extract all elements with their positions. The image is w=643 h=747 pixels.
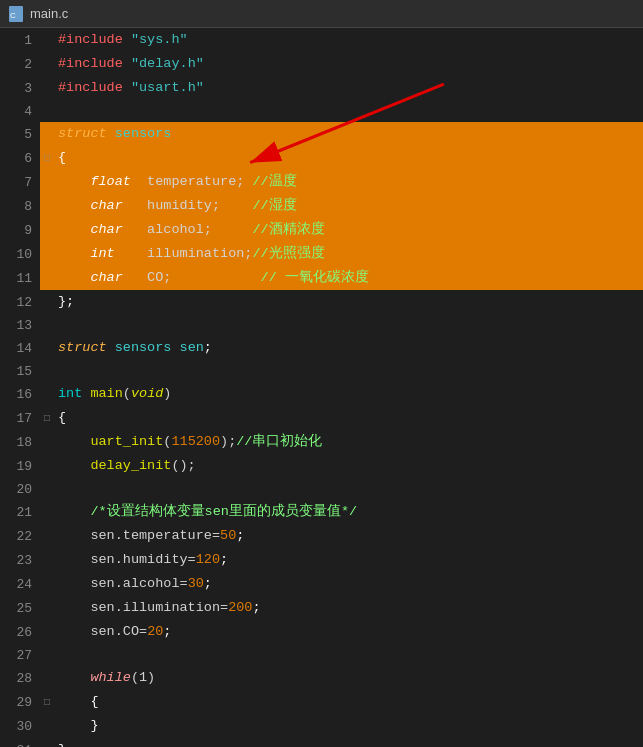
- line-number: 8: [0, 194, 40, 218]
- token-comment: //酒精浓度: [244, 222, 324, 237]
- code-line: 22 sen.temperature=50;: [0, 524, 643, 548]
- code-line: 26 sen.CO=20;: [0, 620, 643, 644]
- token-number: 20: [147, 624, 163, 639]
- token-kw-while: while: [90, 670, 131, 685]
- fold-indicator: [40, 218, 54, 242]
- line-content: {: [54, 690, 643, 714]
- token-kw-struct: struct: [58, 340, 107, 355]
- code-line: 29□ {: [0, 690, 643, 714]
- token-plain: [58, 694, 90, 709]
- token-plain: sen.temperature=: [58, 528, 220, 543]
- fold-indicator: [40, 524, 54, 548]
- token-plain: CO;: [123, 270, 253, 285]
- fold-indicator: [40, 100, 54, 122]
- token-plain: [58, 458, 90, 473]
- fold-indicator: □: [40, 406, 54, 430]
- fold-indicator: [40, 644, 54, 666]
- fold-indicator: [40, 666, 54, 690]
- line-content: delay_init();: [54, 454, 643, 478]
- line-number: 9: [0, 218, 40, 242]
- token-number: 115200: [171, 434, 220, 449]
- code-area: 1#include "sys.h"2#include "delay.h"3#in…: [0, 28, 643, 747]
- line-content: struct sensors sen;: [54, 336, 643, 360]
- token-plain: [58, 174, 90, 189]
- line-number: 1: [0, 28, 40, 52]
- token-plain: temperature;: [131, 174, 253, 189]
- fold-indicator: [40, 52, 54, 76]
- fold-indicator: [40, 382, 54, 406]
- token-fn-call: delay_init: [90, 458, 171, 473]
- token-braces: {: [58, 410, 66, 425]
- line-content: };: [54, 290, 643, 314]
- line-content: struct sensors: [54, 122, 643, 146]
- code-line: 4: [0, 100, 643, 122]
- line-content: {: [54, 406, 643, 430]
- token-semi: ;: [252, 600, 260, 615]
- token-plain: );: [220, 434, 236, 449]
- token-braces: }: [58, 742, 66, 747]
- token-plain: [58, 670, 90, 685]
- line-number: 26: [0, 620, 40, 644]
- token-kw-struct: struct: [58, 126, 107, 141]
- line-number: 23: [0, 548, 40, 572]
- line-content: #include "usart.h": [54, 76, 643, 100]
- code-line: 5struct sensors: [0, 122, 643, 146]
- line-number: 11: [0, 266, 40, 290]
- fold-indicator: [40, 266, 54, 290]
- line-number: 24: [0, 572, 40, 596]
- line-content: }: [54, 714, 643, 738]
- line-number: 19: [0, 454, 40, 478]
- token-semi: ;: [204, 340, 212, 355]
- line-number: 4: [0, 100, 40, 122]
- line-number: 25: [0, 596, 40, 620]
- line-number: 10: [0, 242, 40, 266]
- token-plain: (1): [131, 670, 155, 685]
- code-line: 3#include "usart.h": [0, 76, 643, 100]
- line-number: 5: [0, 122, 40, 146]
- fold-indicator: [40, 170, 54, 194]
- token-number: 120: [196, 552, 220, 567]
- line-number: 28: [0, 666, 40, 690]
- token-comment: //串口初始化: [236, 434, 322, 449]
- token-semi: ;: [220, 552, 228, 567]
- line-content: }: [54, 738, 643, 747]
- line-number: 22: [0, 524, 40, 548]
- svg-text:C: C: [10, 11, 16, 20]
- fold-indicator: [40, 242, 54, 266]
- token-type-int: int: [90, 246, 114, 261]
- line-content: sen.temperature=50;: [54, 524, 643, 548]
- line-number: 3: [0, 76, 40, 100]
- token-fn-call: uart_init: [90, 434, 163, 449]
- token-braces: {: [58, 150, 66, 165]
- token-comment: //温度: [252, 174, 296, 189]
- line-number: 7: [0, 170, 40, 194]
- token-braces: }: [90, 718, 98, 733]
- token-plain: [58, 222, 90, 237]
- fold-indicator: [40, 548, 54, 572]
- token-plain: (: [123, 386, 131, 401]
- line-content: [54, 478, 643, 500]
- line-content: char alcohol; //酒精浓度: [54, 218, 643, 242]
- code-line: 10 int illumination;//光照强度: [0, 242, 643, 266]
- line-number: 15: [0, 360, 40, 382]
- fold-indicator: [40, 500, 54, 524]
- token-str-include: "sys.h": [131, 32, 188, 47]
- code-line: 1#include "sys.h": [0, 28, 643, 52]
- token-number: 50: [220, 528, 236, 543]
- token-kw-include: #include: [58, 56, 123, 71]
- token-plain: [123, 56, 131, 71]
- code-line: 27: [0, 644, 643, 666]
- line-content: /*设置结构体变量sen里面的成员变量值*/: [54, 500, 643, 524]
- token-plain: ();: [171, 458, 195, 473]
- code-line: 12};: [0, 290, 643, 314]
- file-icon: C: [8, 6, 24, 22]
- line-content: [54, 314, 643, 336]
- line-content: sen.humidity=120;: [54, 548, 643, 572]
- line-number: 16: [0, 382, 40, 406]
- code-line: 9 char alcohol; //酒精浓度: [0, 218, 643, 242]
- token-plain: [58, 246, 90, 261]
- fold-indicator: [40, 620, 54, 644]
- line-content: [54, 100, 643, 122]
- line-content: int illumination;//光照强度: [54, 242, 643, 266]
- fold-indicator: [40, 714, 54, 738]
